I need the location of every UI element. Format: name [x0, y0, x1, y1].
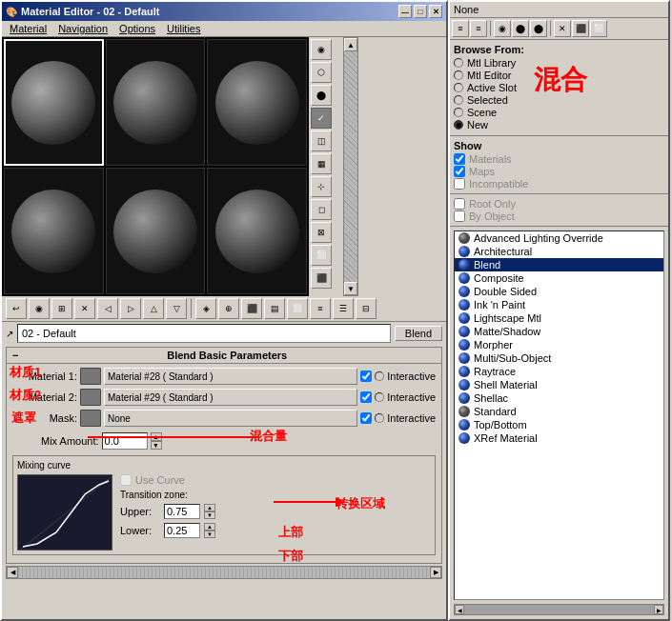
- radio-active-slot[interactable]: [454, 83, 463, 92]
- material-name-input[interactable]: 02 - Default: [17, 324, 391, 343]
- h-scrollbar[interactable]: ◀ ▶: [6, 566, 442, 579]
- upper-spin-up[interactable]: ▲: [204, 504, 215, 511]
- list-item-shellac[interactable]: Shellac: [455, 391, 663, 405]
- material2-checkbox[interactable]: [360, 391, 372, 403]
- side-icon-1[interactable]: ◉: [311, 39, 332, 60]
- list-item-double-sided[interactable]: Double Sided: [455, 285, 663, 298]
- root-only-check[interactable]: [454, 198, 465, 210]
- browse-mtl-editor[interactable]: Mtl Editor: [454, 70, 664, 81]
- browser-btn-dot2[interactable]: ⬤: [530, 20, 547, 37]
- tool-btn-11[interactable]: ⬛: [241, 298, 262, 319]
- radio-selected[interactable]: [454, 95, 463, 105]
- lower-spin-down[interactable]: ▼: [204, 531, 215, 538]
- tool-btn-15[interactable]: ☰: [333, 298, 354, 319]
- tool-btn-10[interactable]: ⊕: [218, 298, 239, 319]
- list-item-raytrace[interactable]: Raytrace: [455, 365, 663, 378]
- list-item-standard[interactable]: Standard: [455, 405, 663, 418]
- browse-selected[interactable]: Selected: [454, 94, 664, 106]
- material1-checkbox[interactable]: [360, 371, 372, 382]
- radio-new[interactable]: [454, 120, 463, 130]
- browser-h-right[interactable]: ▶: [654, 605, 663, 614]
- menu-navigation[interactable]: Navigation: [52, 22, 113, 35]
- menu-options[interactable]: Options: [113, 22, 161, 35]
- browse-active-slot[interactable]: Active Slot: [454, 82, 664, 93]
- tool-btn-8[interactable]: ▽: [166, 298, 187, 319]
- lower-input[interactable]: 0.25: [164, 523, 200, 538]
- tool-btn-1[interactable]: ↩: [6, 298, 27, 319]
- scroll-down-btn[interactable]: ▼: [344, 282, 357, 295]
- side-icon-7[interactable]: ⊹: [311, 176, 332, 197]
- side-icon-6[interactable]: ▦: [311, 153, 332, 174]
- tool-btn-16[interactable]: ⊟: [356, 298, 377, 319]
- browser-h-left[interactable]: ◀: [455, 605, 464, 614]
- tool-btn-7[interactable]: △: [143, 298, 164, 319]
- browser-btn-circle[interactable]: ◉: [494, 20, 511, 37]
- list-item-composite[interactable]: Composite: [455, 271, 663, 285]
- list-item-morpher[interactable]: Morpher: [455, 338, 663, 351]
- browser-h-scrollbar[interactable]: ◀ ▶: [454, 604, 664, 615]
- browser-btn-list2[interactable]: ≡: [470, 20, 487, 37]
- list-item-blend[interactable]: Blend: [455, 258, 663, 271]
- side-icon-10[interactable]: ⬜: [311, 245, 332, 266]
- sphere-cell-1[interactable]: [4, 39, 104, 166]
- browser-btn-dot1[interactable]: ⬤: [512, 20, 529, 37]
- material1-radio-off[interactable]: [375, 371, 384, 381]
- show-incompatible-check[interactable]: [454, 178, 465, 190]
- list-item-ink-paint[interactable]: Ink 'n Paint: [455, 298, 663, 311]
- upper-input[interactable]: 0.75: [164, 504, 200, 519]
- side-icon-9[interactable]: ⊠: [311, 222, 332, 243]
- browser-btn-white[interactable]: ⬜: [590, 20, 607, 37]
- tool-btn-4[interactable]: ✕: [74, 298, 95, 319]
- menu-utilities[interactable]: Utilities: [161, 22, 206, 35]
- list-item-architectural[interactable]: Architectural: [455, 245, 663, 258]
- sphere-cell-3[interactable]: [207, 39, 307, 166]
- side-icon-2[interactable]: ⬡: [311, 62, 332, 83]
- radio-mtl-library[interactable]: [454, 58, 463, 68]
- show-maps-check[interactable]: [454, 166, 465, 177]
- menu-material[interactable]: Material: [4, 22, 52, 35]
- side-icon-4[interactable]: ✓: [311, 108, 332, 129]
- list-item-topbottom[interactable]: Top/Bottom: [455, 418, 663, 431]
- list-item-matte[interactable]: Matte/Shadow: [455, 325, 663, 338]
- browse-mtl-library[interactable]: Mtl Library: [454, 57, 664, 69]
- side-icon-3[interactable]: ⬤: [311, 85, 332, 106]
- scroll-up-btn[interactable]: ▲: [344, 38, 357, 51]
- material2-radio-off[interactable]: [375, 392, 384, 402]
- tool-btn-6[interactable]: ▷: [120, 298, 141, 319]
- maximize-button[interactable]: □: [414, 5, 427, 18]
- params-header[interactable]: − Blend Basic Parameters: [7, 348, 441, 364]
- browse-new[interactable]: New: [454, 119, 664, 130]
- h-scroll-left[interactable]: ◀: [7, 567, 18, 578]
- list-item-multi-sub[interactable]: Multi/Sub-Object: [455, 351, 663, 365]
- browser-btn-x[interactable]: ✕: [554, 20, 571, 37]
- mask-button[interactable]: None: [104, 410, 357, 427]
- browser-btn-black[interactable]: ⬛: [572, 20, 589, 37]
- list-item-xref[interactable]: XRef Material: [455, 431, 663, 445]
- tool-btn-5[interactable]: ◁: [97, 298, 118, 319]
- show-materials-check[interactable]: [454, 153, 465, 165]
- close-button[interactable]: ✕: [429, 5, 442, 18]
- sphere-cell-5[interactable]: [106, 168, 206, 294]
- mask-checkbox[interactable]: [360, 412, 372, 424]
- minimize-button[interactable]: —: [398, 5, 412, 18]
- radio-mtl-editor[interactable]: [454, 70, 463, 80]
- browser-btn-list[interactable]: ≡: [452, 20, 469, 37]
- material2-swatch[interactable]: [80, 389, 101, 406]
- preview-scrollbar[interactable]: ▲ ▼: [343, 37, 358, 296]
- mix-spinner[interactable]: ▲ ▼: [151, 432, 162, 450]
- list-item-lightscape[interactable]: Lightscape Mtl: [455, 311, 663, 325]
- type-button[interactable]: Blend: [395, 326, 442, 341]
- list-item-adv-lighting[interactable]: Advanced Lighting Override: [455, 231, 663, 245]
- tool-btn-12[interactable]: ▤: [264, 298, 285, 319]
- upper-spinner[interactable]: ▲ ▼: [204, 504, 215, 519]
- mix-spin-down[interactable]: ▼: [151, 441, 162, 450]
- by-object-check[interactable]: [454, 210, 465, 222]
- mix-spin-up[interactable]: ▲: [151, 432, 162, 441]
- mix-amount-input[interactable]: 0.0: [102, 432, 148, 450]
- side-icon-8[interactable]: ◻: [311, 199, 332, 220]
- mask-radio-off[interactable]: [375, 413, 384, 423]
- upper-spin-down[interactable]: ▼: [204, 511, 215, 519]
- use-curve-checkbox[interactable]: [120, 474, 132, 486]
- mask-swatch[interactable]: [80, 410, 101, 427]
- material-list[interactable]: Advanced Lighting Override Architectural…: [454, 230, 664, 600]
